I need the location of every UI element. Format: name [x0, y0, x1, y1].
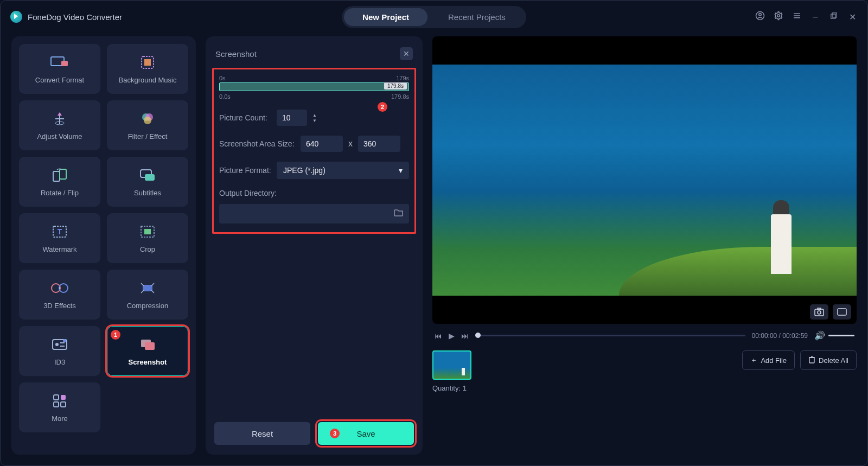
tool-rotate-flip[interactable]: Rotate / Flip: [19, 157, 100, 207]
select-value: JPEG (*.jpg): [283, 166, 326, 175]
svg-rect-42: [838, 309, 846, 315]
save-label: Save: [356, 429, 375, 438]
picture-count-stepper[interactable]: ▲▼: [310, 112, 319, 123]
annotation-badge-2: 2: [378, 102, 387, 112]
video-preview: [432, 36, 857, 324]
picture-count-input[interactable]: [277, 110, 307, 126]
svg-rect-35: [54, 395, 59, 400]
brand: FoneDog Video Converter: [10, 11, 122, 23]
tool-label: Screenshot: [129, 358, 167, 366]
screenshot-icon: [138, 336, 157, 353]
svg-point-15: [144, 117, 151, 124]
chevron-down-icon: ▾: [399, 166, 403, 175]
volume-icon[interactable]: 🔊: [814, 330, 825, 341]
filter-icon: [138, 111, 157, 127]
svg-rect-16: [53, 171, 60, 181]
area-size-label: Screenshot Area Size:: [219, 139, 295, 148]
tool-label: 3D Effects: [43, 302, 76, 310]
fullscreen-icon[interactable]: [833, 304, 851, 320]
project-tabs: New Project Recent Projects: [342, 6, 526, 28]
svg-point-40: [818, 311, 821, 314]
convert-icon: [50, 54, 69, 71]
range-value-bubble: 179.8s: [384, 82, 407, 90]
screenshot-panel: Screenshot ✕ 2 0s 179s 179.8s 0.0s 179.8…: [206, 36, 423, 455]
capture-icon[interactable]: [810, 304, 828, 320]
svg-rect-23: [144, 229, 151, 234]
annotation-badge-3: 3: [330, 429, 340, 438]
tab-new-project[interactable]: New Project: [344, 8, 427, 26]
folder-icon[interactable]: [394, 208, 404, 219]
range-start-bottom: 0.0s: [219, 93, 231, 100]
tool-3d-effects[interactable]: 3D Effects: [19, 270, 100, 320]
maximize-icon[interactable]: [828, 12, 839, 22]
annotation-badge-1: 1: [111, 330, 120, 340]
tool-background-music[interactable]: Background Music: [107, 44, 188, 94]
svg-rect-11: [144, 59, 151, 66]
delete-all-button[interactable]: Delete All: [800, 350, 857, 370]
svg-rect-9: [61, 61, 68, 66]
account-icon[interactable]: [755, 11, 765, 23]
plus-icon: ＋: [750, 355, 757, 365]
tool-watermark[interactable]: T Watermark: [19, 213, 100, 263]
tool-label: Filter / Effect: [128, 132, 168, 141]
tool-filter-effect[interactable]: Filter / Effect: [107, 100, 188, 150]
tool-label: ID3: [54, 358, 65, 366]
tool-subtitles[interactable]: Subtitles: [107, 157, 188, 207]
svg-point-32: [63, 339, 66, 342]
tool-label: Crop: [140, 245, 155, 253]
reset-button[interactable]: Reset: [214, 422, 310, 445]
minimize-icon[interactable]: –: [810, 12, 821, 22]
output-directory-field[interactable]: [219, 204, 409, 224]
svg-rect-17: [60, 169, 66, 179]
picture-format-label: Picture Format:: [219, 166, 271, 175]
svg-rect-38: [61, 402, 66, 407]
watermark-icon: T: [50, 224, 69, 240]
add-file-label: Add File: [761, 356, 787, 365]
tool-sidebar: Convert Format Background Music Adjust V…: [11, 36, 196, 455]
app-title: FoneDog Video Converter: [28, 12, 122, 22]
tool-label: Convert Format: [35, 76, 84, 84]
tool-convert-format[interactable]: Convert Format: [19, 44, 100, 94]
picture-count-label: Picture Count:: [219, 113, 271, 122]
tool-compression[interactable]: Compression: [107, 270, 188, 320]
picture-format-select[interactable]: JPEG (*.jpg) ▾: [277, 162, 409, 179]
area-height-input[interactable]: [358, 136, 400, 152]
settings-icon[interactable]: [773, 11, 784, 23]
volume-slider[interactable]: [828, 335, 854, 336]
svg-rect-19: [145, 174, 155, 181]
skip-forward-icon[interactable]: ⏭: [461, 331, 469, 340]
svg-rect-34: [145, 342, 155, 350]
tool-label: Compression: [127, 302, 169, 310]
svg-rect-6: [832, 13, 837, 17]
svg-rect-39: [815, 309, 824, 316]
panel-title: Screenshot: [215, 49, 257, 59]
play-icon[interactable]: ▶: [449, 331, 455, 340]
svg-point-1: [759, 14, 762, 16]
tool-adjust-volume[interactable]: Adjust Volume: [19, 100, 100, 150]
compress-icon: [138, 280, 157, 296]
time-range-slider[interactable]: 179.8s: [219, 82, 409, 91]
menu-icon[interactable]: [792, 11, 802, 23]
panel-close-button[interactable]: ✕: [400, 47, 413, 60]
delete-all-label: Delete All: [819, 356, 848, 365]
titlebar: FoneDog Video Converter New Project Rece…: [1, 1, 867, 33]
svg-rect-36: [61, 395, 66, 400]
id3-icon: [50, 336, 69, 353]
tool-id3[interactable]: ID3: [19, 326, 100, 376]
svg-rect-7: [831, 14, 835, 18]
add-file-button[interactable]: ＋ Add File: [742, 350, 795, 370]
svg-text:T: T: [58, 227, 62, 236]
tool-crop[interactable]: Crop: [107, 213, 188, 263]
area-width-input[interactable]: [301, 136, 343, 152]
tab-recent-projects[interactable]: Recent Projects: [430, 8, 524, 26]
svg-rect-43: [809, 358, 814, 363]
save-button[interactable]: 3 Save: [318, 422, 414, 445]
skip-back-icon[interactable]: ⏮: [435, 331, 442, 340]
tool-more[interactable]: More: [19, 382, 100, 432]
3d-icon: [50, 280, 69, 296]
tool-screenshot[interactable]: 1 Screenshot: [107, 326, 188, 376]
clip-thumbnail[interactable]: [432, 350, 471, 380]
quantity-label: Quantity: 1: [432, 384, 471, 392]
close-icon[interactable]: ✕: [847, 12, 858, 22]
progress-bar[interactable]: [475, 335, 745, 336]
